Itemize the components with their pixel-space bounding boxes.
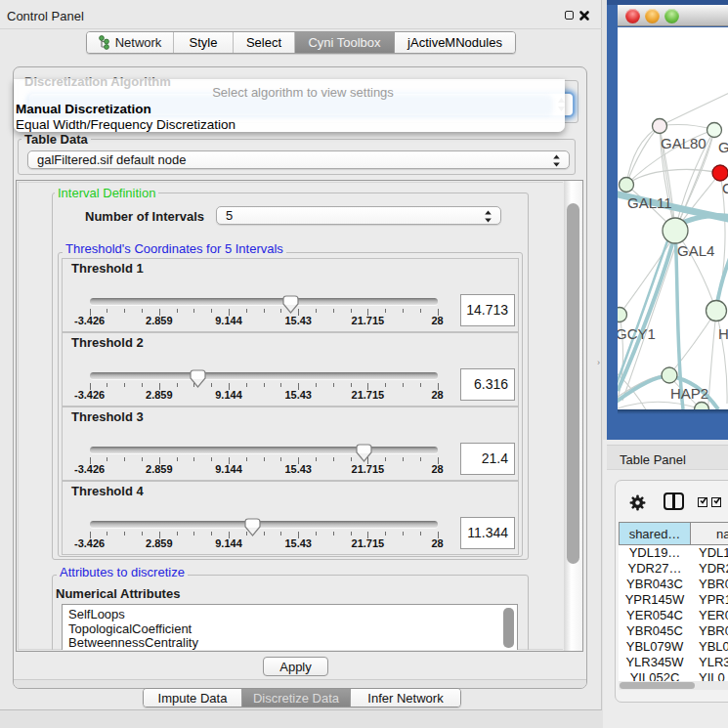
svg-text:C: C xyxy=(722,180,728,196)
svg-text:GAL4: GAL4 xyxy=(677,242,714,259)
svg-text:HAP2: HAP2 xyxy=(670,385,708,402)
svg-text:H: H xyxy=(718,325,728,342)
svg-text:G: G xyxy=(718,139,728,155)
svg-text:GAL80: GAL80 xyxy=(661,135,707,151)
svg-text:GAL11: GAL11 xyxy=(627,194,672,211)
svg-text:GCY1: GCY1 xyxy=(618,325,656,342)
